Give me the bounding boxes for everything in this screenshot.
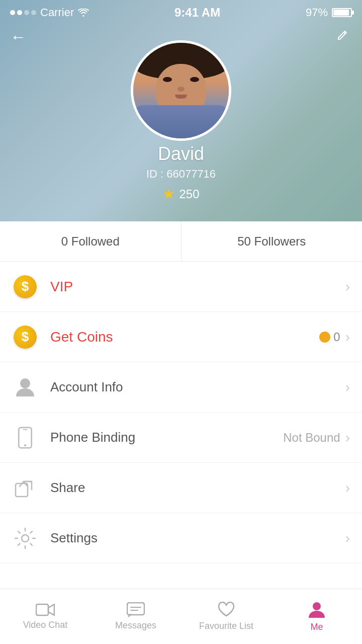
coin-dot: [319, 332, 330, 343]
profile-header: ← David: [0, 0, 362, 221]
get-coins-label: Get Coins: [50, 329, 319, 345]
followed-label: Followed: [71, 234, 120, 249]
svg-rect-7: [127, 603, 144, 615]
settings-menu-item[interactable]: Settings ›: [0, 513, 362, 564]
coins-count-badge: 0: [319, 330, 340, 344]
svg-point-10: [313, 602, 321, 610]
coin-icon-vip: $: [14, 275, 37, 298]
signal-dot-2: [17, 10, 22, 15]
account-info-label: Account Info: [50, 379, 345, 395]
settings-label: Settings: [50, 530, 345, 546]
followers-label: Followers: [254, 234, 306, 249]
battery-icon: [332, 8, 352, 17]
profile-id: ID : 66077716: [0, 168, 362, 181]
star-icon: ★: [162, 186, 175, 202]
settings-chevron: ›: [345, 530, 350, 546]
tab-video-chat[interactable]: Video Chat: [0, 603, 90, 630]
vip-chevron: ›: [345, 279, 350, 295]
get-coins-right: 0 ›: [319, 329, 350, 345]
signal-dot-4: [31, 10, 36, 15]
followed-stat[interactable]: 0 Followed: [0, 221, 182, 261]
chevron-icon: ›: [345, 430, 350, 446]
settings-icon: [12, 525, 38, 551]
carrier-label: Carrier: [40, 6, 74, 19]
share-label: Share: [50, 480, 345, 496]
svg-point-5: [22, 535, 29, 542]
signal-dot-1: [10, 10, 15, 15]
share-icon: [12, 475, 38, 501]
battery-fill: [333, 10, 349, 16]
avatar: [131, 40, 231, 141]
avatar-container: [131, 40, 231, 141]
edit-button[interactable]: [337, 28, 350, 41]
stats-row: 0 Followed 50 Followers: [0, 221, 362, 262]
profile-info: David ID : 66077716 ★ 250: [0, 143, 362, 202]
vip-icon: $: [12, 274, 38, 300]
chevron-icon: ›: [345, 379, 350, 395]
svg-rect-4: [16, 484, 28, 497]
chevron-icon: ›: [345, 530, 350, 546]
menu-list: $ VIP › $ Get Coins 0 ›: [0, 262, 362, 564]
video-chat-icon: [36, 603, 55, 617]
followers-stat[interactable]: 50 Followers: [182, 221, 363, 261]
followed-count: 0: [61, 234, 68, 249]
favourite-list-label: Favourite List: [199, 621, 253, 631]
wifi-icon: [78, 9, 89, 17]
video-chat-label: Video Chat: [23, 620, 68, 630]
vip-label: VIP: [50, 279, 345, 295]
phone-binding-menu-item[interactable]: Phone Binding Not Bound ›: [0, 413, 362, 463]
svg-rect-6: [36, 604, 48, 615]
svg-point-0: [20, 378, 30, 388]
status-right: 97%: [306, 6, 352, 19]
chevron-icon: ›: [345, 279, 350, 295]
chevron-icon: ›: [345, 329, 350, 345]
messages-icon: [127, 602, 145, 617]
coin-icon-coins: $: [14, 326, 37, 349]
phone-binding-right: Not Bound ›: [283, 430, 350, 446]
coins-count-value: 0: [333, 330, 340, 344]
share-chevron: ›: [345, 480, 350, 496]
svg-point-3: [24, 444, 26, 446]
messages-label: Messages: [115, 620, 156, 631]
account-icon: [12, 374, 38, 400]
favourite-list-icon: [218, 602, 235, 618]
profile-score: ★ 250: [0, 186, 362, 202]
tab-me[interactable]: Me: [272, 601, 362, 632]
followers-count: 50: [237, 234, 251, 249]
bottom-navigation: Video Chat Messages Favourite List: [0, 589, 362, 644]
profile-name: David: [0, 143, 362, 165]
tab-favourite-list[interactable]: Favourite List: [181, 602, 272, 631]
back-button[interactable]: ←: [10, 28, 26, 46]
phone-binding-label: Phone Binding: [50, 430, 283, 445]
svg-rect-2: [23, 429, 27, 430]
status-left: Carrier: [10, 6, 89, 19]
status-bar: Carrier 9:41 AM 97%: [0, 0, 362, 25]
tab-messages[interactable]: Messages: [90, 602, 181, 631]
signal-dot-3: [24, 10, 29, 15]
not-bound-status: Not Bound: [283, 431, 340, 445]
get-coins-menu-item[interactable]: $ Get Coins 0 ›: [0, 312, 362, 362]
signal-dots: [10, 10, 36, 15]
get-coins-icon: $: [12, 324, 38, 350]
battery-percent: 97%: [306, 6, 328, 19]
me-icon: [308, 601, 325, 619]
share-menu-item[interactable]: Share ›: [0, 463, 362, 513]
me-label: Me: [310, 622, 323, 632]
vip-menu-item[interactable]: $ VIP ›: [0, 262, 362, 312]
phone-icon: [12, 425, 38, 451]
account-info-menu-item[interactable]: Account Info ›: [0, 362, 362, 413]
chevron-icon: ›: [345, 480, 350, 496]
account-info-chevron: ›: [345, 379, 350, 395]
score-value: 250: [179, 187, 199, 201]
status-time: 9:41 AM: [174, 6, 220, 20]
